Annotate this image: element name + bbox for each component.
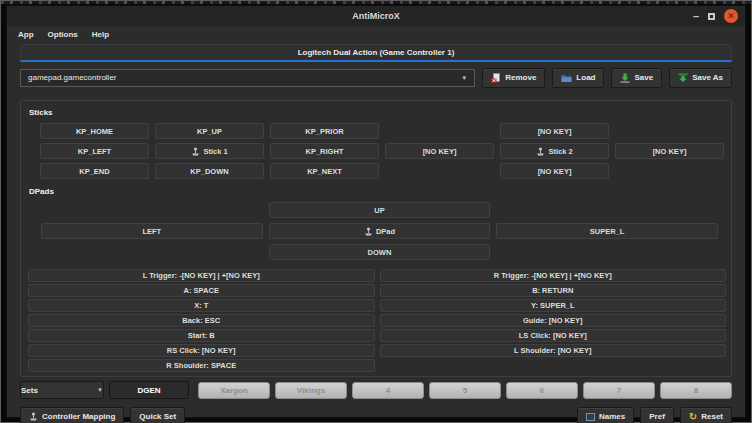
ls-click-button[interactable]: LS Click: [NO KEY] [380, 329, 727, 342]
set-tab-5[interactable]: 5 [429, 382, 501, 399]
stick2-center-button[interactable]: Stick 2 [500, 143, 609, 159]
menu-app[interactable]: App [11, 28, 41, 41]
a-button[interactable]: A: SPACE [28, 284, 375, 297]
stick2-down-button[interactable]: [NO KEY] [500, 163, 609, 179]
close-icon[interactable]: ✕ [724, 9, 738, 23]
controller-tab[interactable]: Logitech Dual Action (Game Controller 1) [20, 44, 732, 62]
names-icon [586, 413, 595, 421]
load-button-label: Load [576, 73, 595, 82]
save-as-button-label: Save As [692, 73, 723, 82]
dpad-left-button[interactable]: LEFT [41, 223, 263, 239]
stick2-left-button[interactable]: [NO KEY] [385, 143, 494, 159]
load-button[interactable]: Load [552, 68, 604, 88]
dpad-up-button[interactable]: UP [269, 202, 491, 218]
set-tab-8[interactable]: 8 [660, 382, 732, 399]
reset-button[interactable]: ↻ Reset [680, 407, 732, 423]
joystick-icon [29, 412, 38, 421]
l-shoulder-button[interactable]: L Shoulder: [NO KEY] [380, 344, 727, 357]
joystick-icon [364, 227, 373, 236]
stick2-up-button[interactable]: [NO KEY] [500, 123, 609, 139]
mapping-panel: Sticks KP_HOME KP_UP KP_PRIOR [NO KEY] K… [20, 100, 732, 377]
stick1-right-button[interactable]: KP_RIGHT [270, 143, 379, 159]
titlebar[interactable]: AntiMicroX – ✕ [7, 6, 745, 26]
rtrigger-button[interactable]: R Trigger: -[NO KEY] | +[NO KEY] [380, 269, 727, 282]
stick1-downright-button[interactable]: KP_NEXT [270, 163, 379, 179]
spacer [615, 163, 724, 179]
stick1-up-button[interactable]: KP_UP [155, 123, 264, 139]
desktop-edge-pattern [1, 1, 751, 4]
footer-bar: Controller Mapping Quick Set Names Pref … [7, 403, 745, 423]
start-button[interactable]: Start: B [28, 329, 375, 342]
stick1-down-button[interactable]: KP_DOWN [155, 163, 264, 179]
chevron-down-icon: ▼ [461, 75, 467, 81]
quick-set-button[interactable]: Quick Set [130, 407, 185, 423]
spacer [496, 202, 718, 218]
set-tab-6[interactable]: 6 [506, 382, 578, 399]
maximize-icon[interactable] [708, 13, 715, 20]
x-button[interactable]: X: T [28, 299, 375, 312]
stick1-downleft-button[interactable]: KP_END [40, 163, 149, 179]
joystick-icon [191, 147, 200, 156]
minimize-icon[interactable]: – [693, 11, 699, 21]
b-button[interactable]: B: RETURN [380, 284, 727, 297]
set-tab-active[interactable]: DGEN [109, 381, 189, 399]
footer-right-group: Names Pref ↻ Reset [577, 407, 732, 423]
dpad-down-button[interactable]: DOWN [269, 244, 491, 260]
dpad-right-button[interactable]: SUPER_L [496, 223, 718, 239]
stick2-right-button[interactable]: [NO KEY] [615, 143, 724, 159]
profile-combobox-value: gamepad.gamecontroller [28, 73, 117, 82]
spacer [41, 244, 263, 260]
folder-icon [561, 73, 572, 83]
menubar: App Options Help [7, 26, 745, 42]
sets-dropdown-button[interactable]: Sets ▼ [20, 381, 104, 399]
controller-mapping-button[interactable]: Controller Mapping [20, 407, 124, 423]
joystick-icon [536, 147, 545, 156]
remove-icon [491, 73, 501, 83]
r-shoulder-button[interactable]: R Shoulder: SPACE [28, 359, 375, 372]
dpads-section-label: DPads [29, 187, 727, 196]
pref-button[interactable]: Pref [640, 407, 674, 423]
stick2-label: Stick 2 [548, 147, 572, 156]
names-label: Names [599, 412, 625, 421]
set-tab-2[interactable]: Xargon [198, 382, 270, 399]
ltrigger-button[interactable]: L Trigger: -[NO KEY] | +[NO KEY] [28, 269, 375, 282]
remove-button-label: Remove [505, 73, 536, 82]
set-tab-4[interactable]: 4 [352, 382, 424, 399]
reset-icon: ↻ [689, 412, 697, 421]
y-button[interactable]: Y: SUPER_L [380, 299, 727, 312]
save-as-button[interactable]: Save As [669, 68, 732, 88]
antimicrox-window: AntiMicroX – ✕ App Options Help Logitech… [6, 5, 746, 418]
controller-tab-label: Logitech Dual Action (Game Controller 1) [298, 48, 455, 57]
window-title: AntiMicroX [352, 11, 400, 21]
names-button[interactable]: Names [577, 407, 634, 423]
set-tab-3[interactable]: Vikings [275, 382, 347, 399]
stick1-upleft-button[interactable]: KP_HOME [40, 123, 149, 139]
save-icon [620, 73, 630, 83]
dpad-center-button[interactable]: DPad [269, 223, 491, 239]
spacer [385, 123, 494, 139]
menu-help[interactable]: Help [85, 28, 116, 41]
dpad-grid: UP LEFT DPad SUPER_L DOWN [27, 202, 727, 260]
menu-options[interactable]: Options [41, 28, 85, 41]
rs-click-button[interactable]: RS Click: [NO KEY] [28, 344, 375, 357]
sets-row: Sets ▼ DGEN Xargon Vikings 4 5 6 7 8 [7, 377, 745, 403]
profile-combobox[interactable]: gamepad.gamecontroller ▼ [20, 69, 475, 87]
stick1-left-button[interactable]: KP_LEFT [40, 143, 149, 159]
desktop: { "colors": { "accent": "#2471d0", "clos… [0, 0, 752, 423]
stick1-upright-button[interactable]: KP_PRIOR [270, 123, 379, 139]
profile-toolbar: gamepad.gamecontroller ▼ Remove Load Sav… [7, 62, 745, 93]
save-as-icon [678, 73, 688, 83]
remove-button[interactable]: Remove [482, 68, 545, 88]
back-button[interactable]: Back: ESC [28, 314, 375, 327]
spacer [380, 359, 727, 372]
spacer [41, 202, 263, 218]
spacer [385, 163, 494, 179]
stick1-label: Stick 1 [203, 147, 227, 156]
sets-dropdown-label: Sets [21, 386, 38, 395]
quick-set-label: Quick Set [139, 412, 176, 421]
stick1-center-button[interactable]: Stick 1 [155, 143, 264, 159]
guide-button[interactable]: Guide: [NO KEY] [380, 314, 727, 327]
set-tab-7[interactable]: 7 [583, 382, 655, 399]
save-button[interactable]: Save [611, 68, 662, 88]
sticks-section-label: Sticks [29, 108, 727, 117]
